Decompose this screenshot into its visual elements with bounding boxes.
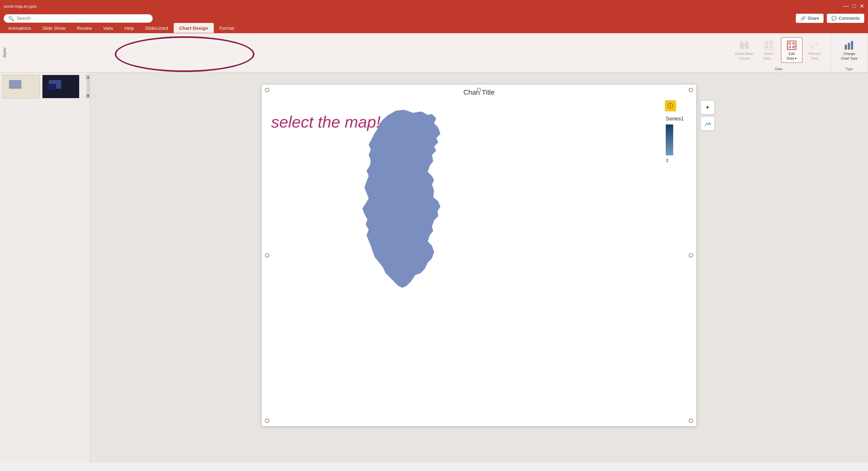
- handle-top-center[interactable]: [477, 88, 481, 92]
- change-chart-type-icon: [843, 40, 855, 51]
- refresh-data-button[interactable]: RefreshData: [804, 38, 826, 62]
- tab-slideshow[interactable]: Slide Show: [37, 23, 71, 33]
- slide-thumb-2[interactable]: [42, 75, 80, 98]
- handle-top-left[interactable]: [265, 88, 269, 92]
- comments-icon: 💬: [831, 16, 837, 21]
- ribbon-tabs: Animations Slide Show Review View Help S…: [0, 23, 868, 33]
- search-box[interactable]: 🔍: [4, 14, 153, 23]
- close-btn[interactable]: ✕: [860, 3, 864, 10]
- slide-editor: Chart Title select the map! ⓘ Series1 3 …: [90, 72, 868, 463]
- svg-rect-5: [766, 46, 768, 49]
- window-controls: — □ ✕: [843, 3, 864, 10]
- chart-float-buttons: +: [701, 100, 715, 131]
- tab-help[interactable]: Help: [119, 23, 140, 33]
- svg-rect-15: [845, 45, 847, 50]
- tab-review[interactable]: Review: [71, 23, 97, 33]
- legend-color-bar: [666, 124, 673, 155]
- svg-marker-14: [811, 46, 812, 49]
- germany-map[interactable]: [311, 106, 498, 317]
- type-group-label: Type: [846, 67, 853, 71]
- refresh-data-label: RefreshData: [809, 52, 821, 61]
- svg-rect-10: [788, 46, 791, 49]
- handle-bottom-right[interactable]: [689, 418, 693, 423]
- chart-styles-button[interactable]: [701, 116, 715, 131]
- edit-data-icon: [786, 40, 797, 51]
- search-area: 🔍 🔗 Share 💬 Comments: [0, 12, 868, 23]
- svg-rect-16: [848, 43, 850, 50]
- slide-thumb-1[interactable]: [2, 75, 40, 98]
- handle-bottom-left[interactable]: [265, 418, 269, 423]
- refresh-data-icon: [809, 40, 820, 51]
- handle-top-right[interactable]: [689, 88, 693, 92]
- svg-rect-4: [769, 42, 772, 45]
- edit-data-button[interactable]: EditData ▾: [781, 37, 803, 63]
- ribbon-group-type: ChangeChart Type Type: [831, 33, 868, 72]
- switch-row-column-button[interactable]: Switch Row/Column: [732, 38, 756, 62]
- svg-line-12: [793, 47, 793, 48]
- svg-rect-6: [769, 46, 772, 49]
- minimize-btn[interactable]: —: [843, 3, 849, 10]
- slide-canvas: Chart Title select the map! ⓘ Series1 3 …: [262, 85, 696, 426]
- comments-button[interactable]: 💬 Comments: [827, 14, 864, 23]
- legend-value: 3: [666, 158, 668, 163]
- handle-mid-left[interactable]: [265, 253, 269, 257]
- maximize-btn[interactable]: □: [852, 3, 856, 10]
- switch-row-column-label: Switch Row/Column: [735, 52, 753, 61]
- svg-rect-17: [851, 41, 853, 50]
- tab-chartdesign[interactable]: Chart Design: [174, 23, 214, 33]
- slide-thumbnails-panel: ▲ ▼: [0, 72, 90, 463]
- filename-label: world-map.en.pptx: [4, 4, 37, 9]
- select-map-instruction: select the map!: [271, 113, 381, 131]
- scroll-track: [87, 81, 90, 93]
- tab-slidelizard[interactable]: SlideLizard: [140, 23, 174, 33]
- title-bar: world-map.en.pptx — □ ✕: [0, 0, 868, 12]
- select-data-label: SelectData…: [764, 52, 774, 61]
- styles-label: Styles: [2, 48, 7, 58]
- tab-animations[interactable]: Animations: [2, 23, 37, 33]
- tab-format[interactable]: Format: [214, 23, 240, 33]
- search-input[interactable]: [17, 16, 148, 21]
- change-chart-type-button[interactable]: ChangeChart Type: [838, 38, 861, 62]
- legend-series-label: Series1: [666, 116, 684, 122]
- svg-marker-13: [817, 42, 818, 44]
- switch-row-column-icon: [739, 40, 750, 51]
- search-icon: 🔍: [8, 15, 14, 22]
- styles-section: Styles: [0, 33, 726, 72]
- data-group-label: Data: [775, 67, 782, 71]
- select-data-button[interactable]: SelectData…: [758, 38, 780, 62]
- main-area: ▲ ▼ Chart Title select the map!: [0, 72, 868, 463]
- edit-data-label: EditData ▾: [787, 52, 797, 61]
- add-chart-element-button[interactable]: +: [701, 100, 715, 115]
- handle-mid-right[interactable]: [689, 253, 693, 257]
- share-icon: 🔗: [800, 16, 806, 21]
- info-badge[interactable]: ⓘ: [665, 100, 676, 112]
- scroll-down-btn[interactable]: ▼: [86, 93, 90, 98]
- slide-panel-scrollbar[interactable]: ▲ ▼: [86, 75, 90, 98]
- share-button[interactable]: 🔗 Share: [796, 14, 824, 23]
- select-data-icon: [763, 40, 774, 51]
- change-chart-type-label: ChangeChart Type: [841, 52, 858, 61]
- svg-rect-3: [766, 42, 768, 45]
- chart-legend: Series1 3: [666, 116, 684, 163]
- ribbon-group-data: Switch Row/Column SelectData…: [726, 33, 831, 72]
- svg-rect-8: [788, 42, 791, 45]
- svg-rect-9: [792, 42, 795, 45]
- scroll-up-btn[interactable]: ▲: [86, 75, 90, 80]
- tab-view[interactable]: View: [97, 23, 119, 33]
